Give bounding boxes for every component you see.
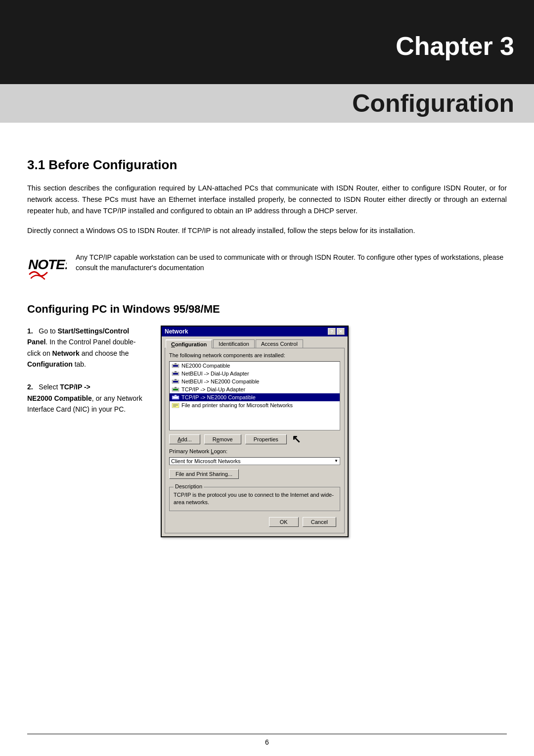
step-1-bold3: Configuration	[27, 360, 73, 368]
svg-rect-18	[173, 405, 178, 406]
tab-access-control[interactable]: Access Control	[256, 339, 303, 348]
remove-button[interactable]: Remove	[204, 434, 241, 444]
step-1-bold2: Network	[52, 349, 80, 357]
tab-configuration[interactable]: Configuration	[166, 339, 212, 348]
svg-rect-5	[173, 373, 178, 375]
step-1-number: 1.	[27, 327, 33, 335]
svg-rect-2	[173, 365, 178, 367]
list-item-text: NetBEUI -> NE2000 Compatible	[181, 378, 259, 384]
svg-rect-3	[175, 363, 177, 365]
note-icon: NOTE:	[27, 250, 67, 285]
primary-logon-dropdown[interactable]: Client for Microsoft Networks ▼	[169, 457, 340, 465]
step-1-bold1: Start/Settings/Control Panel	[27, 327, 129, 346]
step-1: 1. Go to Start/Settings/Control Panel. I…	[27, 326, 146, 370]
list-item-text: NE2000 Compatible	[181, 363, 230, 369]
dropdown-arrow-icon: ▼	[334, 459, 338, 463]
list-item: File and printer sharing for Microsoft N…	[170, 401, 340, 409]
screenshot-column: Network ? ✕ Configuration Identification…	[161, 326, 507, 537]
svg-rect-17	[173, 404, 178, 405]
svg-rect-6	[175, 371, 177, 373]
list-item-text: NetBEUI -> Dial-Up Adapter	[181, 371, 249, 377]
page-number: 6	[265, 738, 269, 746]
svg-text:NOTE:: NOTE:	[28, 257, 67, 272]
list-item: NetBEUI -> Dial-Up Adapter	[170, 370, 340, 378]
dialog-content: The following network components are ins…	[165, 348, 345, 533]
note-box: NOTE: Any TCP/IP capable workstation can…	[27, 250, 507, 285]
primary-logon-dropdown-wrapper: Client for Microsoft Networks ▼	[169, 457, 340, 465]
close-button[interactable]: ✕	[337, 328, 345, 335]
list-item: NE2000 Compatible	[170, 362, 340, 370]
dialog-title-bar: Network ? ✕	[162, 327, 348, 336]
list-item: TCP/IP -> Dial-Up Adapter	[170, 385, 340, 393]
ok-cancel-row: OK Cancel	[169, 515, 340, 529]
list-item-text: File and printer sharing for Microsoft N…	[181, 402, 293, 408]
note-text: Any TCP/IP capable workstation can be us…	[76, 250, 507, 274]
list-item-text: TCP/IP -> NE2000 Compatible	[181, 394, 256, 400]
chapter-header: Chapter 3	[0, 0, 534, 84]
svg-rect-12	[175, 387, 177, 388]
network-dialog: Network ? ✕ Configuration Identification…	[161, 326, 349, 537]
primary-logon-value: Client for Microsoft Networks	[171, 458, 241, 464]
svg-rect-11	[173, 389, 178, 390]
ok-button[interactable]: OK	[269, 517, 299, 527]
steps-and-screenshot: 1. Go to Start/Settings/Control Panel. I…	[27, 326, 507, 537]
section-3-1-paragraph2: Directly connect a Windows OS to ISDN Ro…	[27, 225, 507, 236]
file-print-sharing-button[interactable]: File and Print Sharing...	[169, 469, 239, 479]
primary-logon-label: Primary Network Logon:	[169, 448, 227, 454]
svg-rect-19	[173, 406, 176, 407]
page-footer: 6	[27, 734, 507, 746]
page-content: 3.1 Before Configuration This section de…	[0, 123, 534, 567]
section-3-1-title: 3.1 Before Configuration	[27, 157, 507, 173]
title-buttons: ? ✕	[328, 328, 345, 335]
svg-rect-14	[173, 397, 178, 398]
help-button[interactable]: ?	[328, 328, 336, 335]
svg-rect-8	[173, 381, 178, 382]
chapter-subtitle: Configuration	[352, 90, 514, 117]
chapter-label: Chapter 3	[396, 32, 514, 60]
list-item: NetBEUI -> NE2000 Compatible	[170, 378, 340, 385]
dialog-title: Network	[165, 328, 188, 335]
description-text: TCP/IP is the protocol you use to connec…	[174, 491, 336, 507]
chapter-subtitle-bar: Configuration	[0, 84, 534, 123]
network-components-listbox[interactable]: NE2000 Compatible NetBEUI -> Dial-Up Ada…	[169, 361, 340, 430]
list-item-selected: TCP/IP -> NE2000 Compatible	[170, 393, 340, 401]
step-2-bold1: TCP/IP ->NE2000 Compatible	[27, 383, 92, 402]
step-2-number: 2.	[27, 383, 33, 391]
primary-logon-row: Primary Network Logon:	[169, 448, 340, 454]
steps-column: 1. Go to Start/Settings/Control Panel. I…	[27, 326, 146, 427]
properties-button[interactable]: Properties	[245, 434, 287, 444]
arrow-indicator: ↖	[292, 433, 301, 446]
description-group: Description TCP/IP is the protocol you u…	[169, 487, 340, 511]
add-button[interactable]: Add...	[169, 434, 200, 444]
list-item-text: TCP/IP -> Dial-Up Adapter	[181, 386, 245, 392]
svg-rect-9	[175, 379, 177, 380]
description-group-label: Description	[174, 483, 204, 489]
svg-rect-15	[175, 395, 177, 396]
section-3-1-paragraph1: This section describes the configuration…	[27, 183, 507, 217]
dialog-tabs: Configuration Identification Access Cont…	[162, 336, 348, 348]
configuring-pc-title: Configuring PC in Windows 95/98/ME	[27, 303, 507, 316]
step-2: 2. Select TCP/IP ->NE2000 Compatible, or…	[27, 381, 146, 415]
cancel-button[interactable]: Cancel	[303, 517, 336, 527]
file-share-wrapper: File and Print Sharing...	[169, 469, 340, 483]
list-label: The following network components are ins…	[169, 352, 340, 358]
tab-identification[interactable]: Identification	[213, 339, 255, 348]
